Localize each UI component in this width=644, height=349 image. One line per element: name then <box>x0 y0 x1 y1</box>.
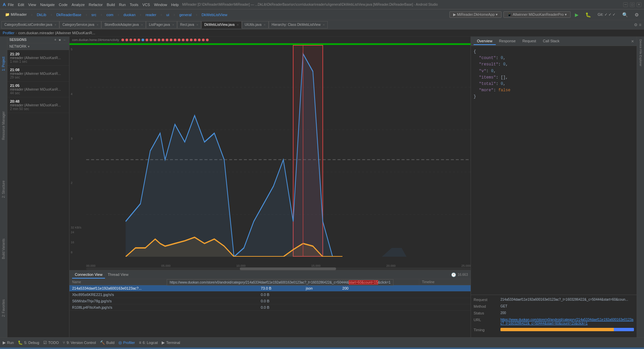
tab-list: CategoryBookListController.java × Catego… <box>1 21 634 29</box>
connection-table[interactable]: Name Size Type Status Time Timeline 214a… <box>69 279 471 337</box>
version-control-btn[interactable]: ⑂ 9: Version Control <box>63 340 96 345</box>
right-panel-tabs: Overview Response Request Call Stack × <box>471 37 637 46</box>
search-btn[interactable]: 🔍 <box>620 11 630 18</box>
tab-hierarchy[interactable]: Hierarchy: Class DkWebListView × <box>269 21 328 29</box>
run-toolbar-btn[interactable]: ▶ Run <box>3 340 14 345</box>
tab-close[interactable]: × <box>141 23 143 27</box>
menu-file[interactable]: File <box>8 3 14 7</box>
run-btn[interactable]: ▶ <box>573 11 581 18</box>
sidebar-resource[interactable]: Resource Manager <box>1 109 6 143</box>
profiler-label[interactable]: Profiler <box>3 31 14 35</box>
url-value[interactable]: https://www.duokan.com/store/v0/android/… <box>500 318 634 325</box>
session-item-3[interactable]: 20:48 mireader (Allwinner MiDuoKanR... 2… <box>7 97 69 113</box>
network-toggle[interactable]: NETWORK ▾ <box>7 43 69 50</box>
content-area: SESSIONS + ■ ← NETWORK ▾ 21:20 mireader … <box>7 37 644 337</box>
session-item-0[interactable]: 21:20 mireader (Allwinner MiDuoKanR... 1… <box>7 50 69 66</box>
reader-btn[interactable]: reader <box>143 12 159 18</box>
general-btn[interactable]: general <box>177 12 194 18</box>
thread-view-tab[interactable]: Thread View <box>105 271 131 279</box>
build-toolbar-btn[interactable]: 🔨 Build <box>100 340 114 345</box>
tab-overview[interactable]: Overview <box>474 38 496 45</box>
run-config-btn[interactable]: ▶ MiReader.DkHomeApp ▾ <box>449 11 501 18</box>
menu-code[interactable]: Code <box>59 3 67 7</box>
minimize-button[interactable]: ─ <box>623 2 628 7</box>
tab-close[interactable]: × <box>264 23 266 27</box>
src-btn[interactable]: src <box>89 12 99 18</box>
chart-scrollbar[interactable] <box>86 267 471 270</box>
tab-rect[interactable]: Rect.java × <box>177 21 201 29</box>
debug-toolbar-btn[interactable]: 🐛 5: Debug <box>18 340 39 345</box>
session-item-2[interactable]: 21:05 mireader (Allwinner MiDuoKanR... 4… <box>7 82 69 97</box>
right-sidebar-device-explorer[interactable]: Device File Explorer <box>638 38 643 68</box>
menu-vcs[interactable]: VCS <box>143 3 150 7</box>
table-row[interactable]: 214a5334daef11e192a600163e0123ac?... 73.… <box>69 285 471 292</box>
close-button[interactable]: × <box>637 2 641 7</box>
sidebar-favorites[interactable]: 2: Favorites <box>1 297 6 319</box>
device-btn[interactable]: 📱 Allwinner MiDuoKanReaderPro ▾ <box>503 11 571 18</box>
build-label: Build <box>106 341 114 345</box>
menu-bar[interactable]: File Edit View Navigate Code Analyze Ref… <box>8 3 179 7</box>
menu-help[interactable]: Help <box>171 3 179 7</box>
window-controls[interactable]: ─ □ × <box>623 2 641 7</box>
menu-analyze[interactable]: Analyze <box>71 3 85 7</box>
tab-response[interactable]: Response <box>496 38 519 45</box>
menu-refactor[interactable]: Refactor <box>89 3 103 7</box>
json-v: "v": 0, <box>474 68 634 74</box>
more-icon[interactable]: ≡ <box>639 22 641 27</box>
session-item-1[interactable]: 21:08 mireader (Allwinner MiDuoKanR... 2… <box>7 66 69 82</box>
profiler-toolbar-btn[interactable]: ◎ Profiler <box>118 340 135 345</box>
tab-close[interactable]: × <box>323 23 325 27</box>
menu-run[interactable]: Run <box>119 3 126 7</box>
sidebar-project[interactable]: 1: Project <box>1 54 6 73</box>
dklib-btn[interactable]: DkLib <box>35 12 49 18</box>
sidebar-structure[interactable]: 2: Structure <box>1 178 6 201</box>
settings-btn[interactable]: ⚙ <box>632 11 641 18</box>
add-session-btn[interactable]: + <box>54 38 57 42</box>
todo-toolbar-btn[interactable]: ☑ TODO <box>43 340 59 345</box>
table-row[interactable]: Xbc895s6KRE221.jpg!s!s 0.0 B <box>69 292 471 298</box>
project-dropdown[interactable]: 📁 MiReader <box>3 11 29 18</box>
tab-listpager[interactable]: ListPager.java × <box>146 21 177 29</box>
chart-container[interactable]: 5 4 3 2 32 KB/s 24 16 8 <box>69 45 471 270</box>
tab-dkweblistview[interactable]: DkWebListView.java × <box>201 21 242 29</box>
menu-navigate[interactable]: Navigate <box>40 3 55 7</box>
tab-request[interactable]: Request <box>519 38 539 45</box>
network-chart-svg[interactable] <box>86 45 471 257</box>
duokan-btn[interactable]: duokan <box>121 12 138 18</box>
maximize-button[interactable]: □ <box>630 2 635 7</box>
tab-categoryservice[interactable]: CategoryService.java × <box>59 21 101 29</box>
dkreaderbase-btn[interactable]: DkReaderBase <box>54 12 84 18</box>
dkweblistview-btn[interactable]: DkWebListView <box>199 12 230 18</box>
connection-view-tab[interactable]: Connection View <box>72 271 105 279</box>
json-content: { "count": 0, "result": 0, "v": 0, "item… <box>474 49 634 100</box>
menu-build[interactable]: Build <box>107 3 115 7</box>
tab-categorybooklist[interactable]: CategoryBookListController.java × <box>1 21 59 29</box>
right-panel-close[interactable]: × <box>631 39 634 44</box>
menu-view[interactable]: View <box>28 3 36 7</box>
ui-btn[interactable]: ui <box>164 12 172 18</box>
logcat-toolbar-btn[interactable]: ≡ 6: Logcat <box>139 340 158 345</box>
menu-edit[interactable]: Edit <box>18 3 24 7</box>
col-timeline[interactable]: Timeline <box>419 279 470 285</box>
sidebar-build-variants[interactable]: Build Variants <box>1 236 6 262</box>
debug-btn[interactable]: 🐛 <box>583 11 593 18</box>
settings-icon[interactable]: ⚙ <box>634 22 638 27</box>
tab-close[interactable]: × <box>237 23 238 27</box>
session-duration: 44 sec <box>10 91 66 95</box>
back-btn[interactable]: ← <box>62 38 67 42</box>
git-btn[interactable]: Git: ✓ ✓ ✓ <box>595 11 618 18</box>
table-row[interactable]: R108Lp4FItoXwh.jpg!s!s 0.0 B <box>69 304 471 311</box>
stop-session-btn[interactable]: ■ <box>58 38 61 42</box>
tab-close[interactable]: × <box>197 23 198 27</box>
tab-close[interactable]: × <box>97 23 98 27</box>
tab-close[interactable]: × <box>55 23 56 27</box>
terminal-toolbar-btn[interactable]: ▶ Terminal <box>162 340 180 345</box>
tab-storebookadapter[interactable]: StoreBookAdapter.java × <box>101 21 146 29</box>
tab-uiutils[interactable]: UiUtils.java × <box>242 21 269 29</box>
menu-window[interactable]: Window <box>154 3 167 7</box>
tab-close[interactable]: × <box>172 23 174 27</box>
table-row[interactable]: S6tWsbxThjx78g.jpg!s!s 0.0 B <box>69 298 471 304</box>
com-btn[interactable]: com <box>104 12 116 18</box>
menu-tools[interactable]: Tools <box>130 3 139 7</box>
tab-callstack[interactable]: Call Stack <box>539 38 563 45</box>
